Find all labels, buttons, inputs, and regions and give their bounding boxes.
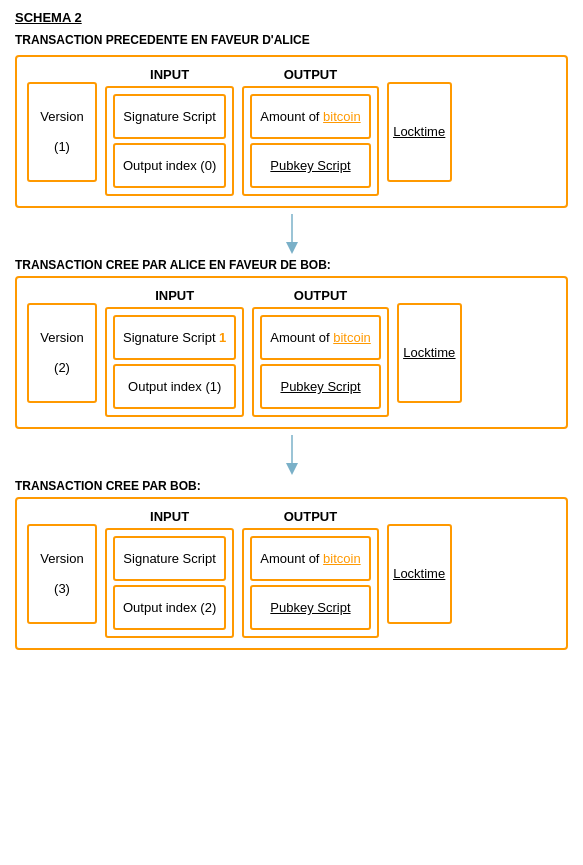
version-box-1: Version (1) [27,82,97,182]
pubkey-text-2: Pubkey Script [280,379,360,394]
input-group-2: INPUT Signature Script 1 Output index (1… [105,288,244,417]
locktime-box-3: Locktime [387,524,452,624]
output-label-3: OUTPUT [284,509,337,524]
section-label-1: TRANSACTION PRECEDENTE EN FAVEUR D'ALICE [15,33,568,47]
sig-script-text-1: Signature Script [123,109,216,124]
amount-box-3: Amount of bitcoin [250,536,370,581]
section-label-2: TRANSACTION CREE PAR ALICE EN FAVEUR DE … [15,258,568,272]
version-label-3: Version [40,551,83,566]
output-group-1: OUTPUT Amount of bitcoin Pubkey Script [242,67,378,196]
svg-marker-3 [286,463,298,475]
amount-box-2: Amount of bitcoin [260,315,380,360]
output-index-text-1: Output index (0) [123,158,216,173]
bitcoin-text-1: bitcoin [323,109,361,124]
arrow-2 [15,435,568,475]
input-group-3: INPUT Signature Script Output index (2) [105,509,234,638]
pubkey-text-1: Pubkey Script [270,158,350,173]
output-group-3: OUTPUT Amount of bitcoin Pubkey Script [242,509,378,638]
version-num-1: (1) [54,139,70,154]
output-inner-3: Amount of bitcoin Pubkey Script [242,528,378,638]
version-num-3: (3) [54,581,70,596]
output-index-text-2: Output index (1) [128,379,221,394]
input-label-1: INPUT [150,67,189,82]
output-label-2: OUTPUT [294,288,347,303]
amount-text-1: Amount of bitcoin [260,109,360,124]
locktime-text-2: Locktime [403,345,455,360]
bitcoin-text-3: bitcoin [323,551,361,566]
sig-script-box-1: Signature Script [113,94,226,139]
transaction-box-2: Version (2) INPUT Signature Script 1 Out… [15,276,568,429]
pubkey-box-1: Pubkey Script [250,143,370,188]
transaction-box-1: Version (1) INPUT Signature Script Outpu… [15,55,568,208]
sig-script-box-3: Signature Script [113,536,226,581]
version-label-1: Version [40,109,83,124]
version-box-3: Version (3) [27,524,97,624]
version-box-2: Version (2) [27,303,97,403]
locktime-box-1: Locktime [387,82,452,182]
amount-text-3: Amount of bitcoin [260,551,360,566]
locktime-text-3: Locktime [393,566,445,581]
sig-script-box-2: Signature Script 1 [113,315,236,360]
locktime-text-1: Locktime [393,124,445,139]
input-inner-3: Signature Script Output index (2) [105,528,234,638]
input-inner-2: Signature Script 1 Output index (1) [105,307,244,417]
output-inner-1: Amount of bitcoin Pubkey Script [242,86,378,196]
output-inner-2: Amount of bitcoin Pubkey Script [252,307,388,417]
sig-highlight-2: 1 [219,330,226,345]
output-group-2: OUTPUT Amount of bitcoin Pubkey Script [252,288,388,417]
amount-text-2: Amount of bitcoin [270,330,370,345]
output-index-box-1: Output index (0) [113,143,226,188]
output-label-1: OUTPUT [284,67,337,82]
bitcoin-text-2: bitcoin [333,330,371,345]
sig-script-text-2: Signature Script 1 [123,330,226,345]
output-index-box-2: Output index (1) [113,364,236,409]
pubkey-text-3: Pubkey Script [270,600,350,615]
svg-marker-1 [286,242,298,254]
input-group-1: INPUT Signature Script Output index (0) [105,67,234,196]
transaction-box-3: Version (3) INPUT Signature Script Outpu… [15,497,568,650]
locktime-box-2: Locktime [397,303,462,403]
arrow-1 [15,214,568,254]
sig-script-text-3: Signature Script [123,551,216,566]
schema-title: SCHEMA 2 [15,10,568,25]
pubkey-box-3: Pubkey Script [250,585,370,630]
section-label-3: TRANSACTION CREE PAR BOB: [15,479,568,493]
amount-box-1: Amount of bitcoin [250,94,370,139]
version-label-2: Version [40,330,83,345]
input-label-3: INPUT [150,509,189,524]
input-label-2: INPUT [155,288,194,303]
version-num-2: (2) [54,360,70,375]
pubkey-box-2: Pubkey Script [260,364,380,409]
output-index-box-3: Output index (2) [113,585,226,630]
input-inner-1: Signature Script Output index (0) [105,86,234,196]
output-index-text-3: Output index (2) [123,600,216,615]
